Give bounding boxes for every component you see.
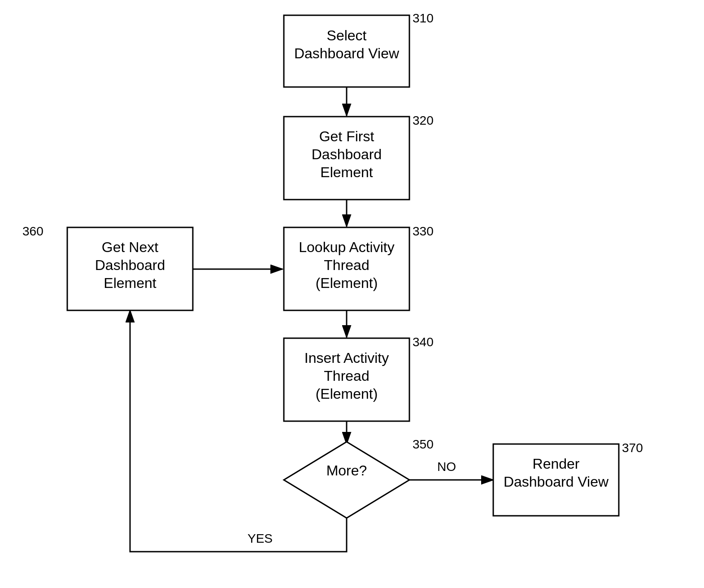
node-310-label: Select (327, 27, 367, 44)
node-330-number: 330 (413, 224, 434, 238)
svg-text:Get Next: Get Next (102, 239, 158, 255)
svg-text:More?: More? (326, 462, 367, 479)
flowchart-container: Select Dashboard View 310 Get First Dash… (0, 0, 704, 588)
node-340-number: 340 (413, 335, 434, 349)
svg-text:Dashboard View: Dashboard View (294, 45, 400, 61)
svg-text:Element: Element (104, 275, 156, 291)
svg-text:(Element): (Element) (316, 275, 378, 291)
svg-text:(Element): (Element) (316, 386, 378, 402)
svg-text:Lookup Activity: Lookup Activity (299, 239, 394, 255)
svg-text:Get First: Get First (319, 128, 374, 144)
node-350 (284, 442, 409, 518)
svg-text:Dashboard: Dashboard (312, 146, 382, 162)
node-320-number: 320 (413, 113, 434, 127)
node-350-number: 350 (413, 437, 434, 451)
node-370-number: 370 (622, 441, 643, 455)
node-310-number: 310 (413, 11, 434, 25)
svg-text:Dashboard: Dashboard (95, 257, 165, 273)
yes-label: YES (248, 531, 273, 545)
svg-text:Insert Activity: Insert Activity (304, 350, 389, 366)
svg-text:Render: Render (533, 456, 580, 472)
no-label: NO (437, 460, 456, 474)
svg-text:Thread: Thread (324, 257, 369, 273)
node-360-number: 360 (22, 224, 43, 238)
svg-text:Dashboard View: Dashboard View (504, 474, 609, 490)
svg-text:Element: Element (320, 164, 373, 180)
svg-text:Thread: Thread (324, 368, 369, 384)
